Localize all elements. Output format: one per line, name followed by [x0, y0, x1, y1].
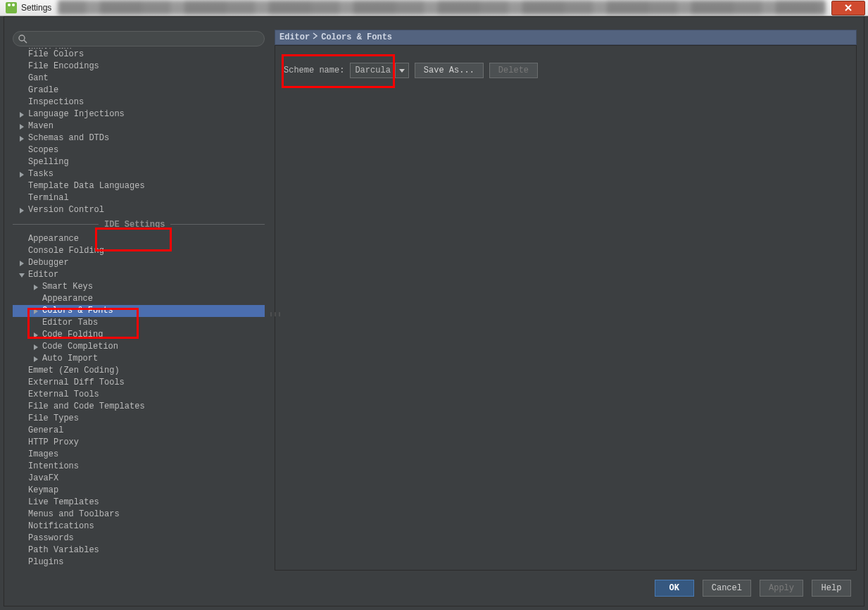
tree-item[interactable]: Images: [13, 449, 265, 461]
tree-item[interactable]: Notifications: [13, 521, 265, 533]
tree-item[interactable]: Appearance: [13, 233, 265, 245]
tree-item[interactable]: Terminal: [13, 192, 265, 204]
tree-item[interactable]: Debugger: [13, 257, 265, 269]
tree-item[interactable]: Code Completion: [13, 341, 265, 353]
apply-button[interactable]: Apply: [760, 580, 803, 597]
tree-item-label: Tasks: [28, 169, 54, 179]
tree-item[interactable]: Auto Import: [13, 353, 265, 365]
splitter-handle[interactable]: ·········: [269, 313, 272, 325]
tree-item[interactable]: Language Injections: [13, 108, 265, 120]
tree-item[interactable]: Template Data Languages: [13, 180, 265, 192]
scheme-name-combo[interactable]: Darcula: [350, 63, 408, 78]
dialog-footer: OK Cancel Apply Help: [4, 576, 864, 600]
tree-item-label: Keymap: [28, 485, 58, 495]
breadcrumb-editor[interactable]: Editor: [279, 32, 310, 42]
tree-item-label: Terminal: [28, 193, 69, 203]
tree-item[interactable]: Path Variables: [13, 544, 265, 556]
tree-item-label: Live Templates: [28, 497, 99, 507]
svg-line-1: [24, 40, 27, 43]
tree-item-label: Menus and Toolbars: [28, 509, 120, 519]
tree-item[interactable]: Schemas and DTDs: [13, 132, 265, 144]
tree-item-label: Template Data Languages: [28, 181, 145, 191]
tree-item-label: File and Code Templates: [28, 402, 145, 411]
tree-item-label: Gradle: [28, 85, 58, 95]
tree-item[interactable]: Appearance: [13, 293, 265, 305]
chevron-right-icon[interactable]: [18, 206, 25, 218]
tree-item[interactable]: Keymap: [13, 485, 265, 497]
tree-item-label: File Colors: [28, 49, 84, 59]
tree-item[interactable]: Emmet (Zen Coding): [13, 365, 265, 377]
tree-item-label: Code Completion: [42, 342, 118, 351]
tree-item[interactable]: Passwords: [13, 533, 265, 544]
tree-item[interactable]: Scopes: [13, 144, 265, 156]
main-panel: Scheme name: Darcula Save As... Delete: [275, 45, 857, 571]
taskbar-blur: [58, 0, 826, 15]
tree-item[interactable]: General: [13, 425, 265, 437]
tree-item[interactable]: Plugins: [13, 556, 265, 568]
tree-item[interactable]: Version Control: [13, 204, 265, 216]
search-row: [13, 31, 265, 46]
tree-item-label: File Types: [28, 413, 79, 423]
cancel-button[interactable]: Cancel: [703, 580, 751, 597]
tree-item[interactable]: Intentions: [13, 461, 265, 473]
tree-item[interactable]: Editor: [13, 269, 265, 281]
tree-item-label: Passwords: [28, 533, 74, 543]
tree-item[interactable]: External Diff Tools: [13, 377, 265, 389]
tree-item[interactable]: Gant: [13, 73, 265, 85]
window-title: Settings: [21, 3, 51, 13]
tree-item[interactable]: Maven: [13, 120, 265, 132]
tree-item-label: Path Variables: [28, 545, 99, 555]
tree-item-label: Auto Import: [42, 354, 98, 363]
breadcrumbs: Editor Colors & Fonts: [275, 30, 857, 45]
save-as-button[interactable]: Save As...: [415, 63, 484, 78]
tree-item-label: Smart Keys: [42, 282, 93, 292]
tree-item[interactable]: Spelling: [13, 156, 265, 168]
search-icon: [18, 34, 27, 44]
breadcrumb-colors-fonts[interactable]: Colors & Fonts: [321, 32, 392, 42]
tree-item-label: Schemas and DTDs: [28, 133, 109, 143]
tree-item[interactable]: File and Code Templates: [13, 401, 265, 413]
tree-item[interactable]: Tasks: [13, 168, 265, 180]
chevron-down-icon[interactable]: [395, 63, 408, 77]
search-input[interactable]: [13, 31, 265, 46]
svg-point-0: [19, 35, 25, 41]
tree-item[interactable]: File Colors: [13, 49, 265, 61]
tree-item-label: Debugger: [28, 258, 69, 268]
ok-button[interactable]: OK: [655, 580, 694, 597]
tree-item-label: JavaFX: [28, 473, 58, 483]
app-icon: [6, 2, 17, 13]
tree-item[interactable]: File Encodings: [13, 61, 265, 73]
tree-item-label: Spelling: [28, 157, 69, 167]
tree-item-label: External Diff Tools: [28, 378, 125, 387]
tree-item[interactable]: Console Folding: [13, 245, 265, 257]
help-button[interactable]: Help: [812, 580, 851, 597]
tree-item-label: Images: [28, 449, 58, 459]
tree-item[interactable]: Colors & Fonts: [13, 305, 265, 317]
tree-item[interactable]: Live Templates: [13, 497, 265, 509]
settings-dialog: CopyrightFile ColorsFile EncodingsGantGr…: [4, 16, 864, 606]
tree-item-label: File Encodings: [28, 61, 99, 71]
tree-item[interactable]: Menus and Toolbars: [13, 509, 265, 521]
tree-item-label: Console Folding: [28, 246, 104, 256]
tree-item[interactable]: File Types: [13, 413, 265, 425]
tree-item[interactable]: Inspections: [13, 97, 265, 108]
settings-tree[interactable]: CopyrightFile ColorsFile EncodingsGantGr…: [13, 48, 265, 571]
scheme-row: Scheme name: Darcula Save As... Delete: [284, 63, 538, 78]
tree-item-label: General: [28, 425, 63, 435]
tree-item-label: Inspections: [28, 97, 84, 107]
tree-item[interactable]: JavaFX: [13, 473, 265, 485]
tree-item-label: Notifications: [28, 521, 94, 531]
section-label: IDE Settings: [99, 218, 170, 232]
tree-item[interactable]: Gradle: [13, 85, 265, 97]
tree-item[interactable]: Smart Keys: [13, 281, 265, 293]
tree-item[interactable]: External Tools: [13, 389, 265, 401]
window-close-button[interactable]: [831, 1, 865, 15]
tree-item[interactable]: Editor Tabs: [13, 317, 265, 329]
chevron-right-icon: [313, 32, 318, 42]
scheme-name-value: Darcula: [351, 63, 394, 77]
tree-item[interactable]: Code Folding: [13, 329, 265, 341]
tree-item[interactable]: HTTP Proxy: [13, 437, 265, 449]
scheme-name-label: Scheme name:: [284, 66, 344, 75]
delete-button[interactable]: Delete: [489, 63, 538, 78]
tree-item-label: Intentions: [28, 461, 79, 471]
